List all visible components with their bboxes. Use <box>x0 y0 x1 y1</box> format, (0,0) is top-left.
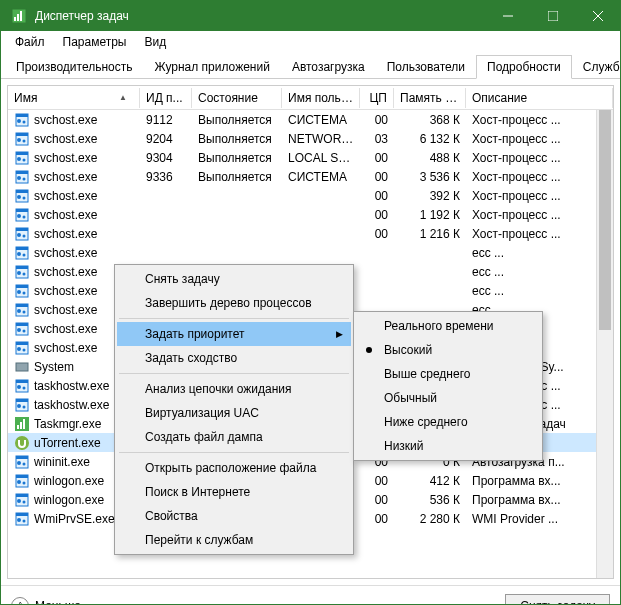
table-row[interactable]: svchost.exe001 216 КХост-процесс ... <box>8 224 613 243</box>
process-name: svchost.exe <box>34 227 97 241</box>
cell-state: Выполняется <box>192 151 282 165</box>
cell-pid: 9204 <box>140 132 192 146</box>
current-priority-dot-icon <box>366 347 372 353</box>
ctx-analyze-wait[interactable]: Анализ цепочки ожидания <box>117 377 351 401</box>
priority-below-normal[interactable]: Ниже среднего <box>356 410 540 434</box>
cell-mem: 368 К <box>394 113 466 127</box>
svg-rect-17 <box>16 152 28 155</box>
cell-pid: 9304 <box>140 151 192 165</box>
svg-point-59 <box>23 348 26 351</box>
process-icon <box>14 378 30 394</box>
scrollbar[interactable] <box>596 110 613 578</box>
process-icon <box>14 321 30 337</box>
cell-mem: 392 К <box>394 189 466 203</box>
col-state[interactable]: Состояние <box>192 88 282 108</box>
svg-point-27 <box>23 196 26 199</box>
col-name[interactable]: Имя▲ <box>8 88 140 108</box>
tab-users[interactable]: Пользователи <box>376 55 476 79</box>
svg-rect-13 <box>16 133 28 136</box>
svg-point-43 <box>23 272 26 275</box>
svg-rect-49 <box>16 304 28 307</box>
svg-rect-72 <box>23 419 25 429</box>
table-row[interactable]: svchost.exe001 192 КХост-процесс ... <box>8 205 613 224</box>
tab-startup[interactable]: Автозагрузка <box>281 55 376 79</box>
svg-point-22 <box>17 176 21 180</box>
fewer-details-label: Меньше <box>35 599 81 606</box>
cell-desc: Хост-процесс ... <box>466 208 613 222</box>
priority-above-normal[interactable]: Выше среднего <box>356 362 540 386</box>
svg-point-39 <box>23 253 26 256</box>
table-row[interactable]: svchost.exe9204ВыполняетсяNETWORK...036 … <box>8 129 613 148</box>
process-icon <box>14 302 30 318</box>
tab-performance[interactable]: Производительность <box>5 55 143 79</box>
process-name: svchost.exe <box>34 189 97 203</box>
tab-details[interactable]: Подробности <box>476 55 572 79</box>
col-mem[interactable]: Память (ч... <box>394 88 466 108</box>
close-button[interactable] <box>575 1 620 31</box>
svg-point-68 <box>23 405 26 408</box>
ctx-open-location[interactable]: Открыть расположение файла <box>117 456 351 480</box>
cell-user: NETWORK... <box>282 132 360 146</box>
menu-file[interactable]: Файл <box>7 33 53 51</box>
table-row[interactable]: svchost.exeесс ... <box>8 243 613 262</box>
svg-point-30 <box>17 214 21 218</box>
ctx-end-tree[interactable]: Завершить дерево процессов <box>117 291 351 315</box>
cell-cpu: 00 <box>360 151 394 165</box>
svg-point-81 <box>23 481 26 484</box>
svg-point-42 <box>17 271 21 275</box>
minimize-button[interactable] <box>485 1 530 31</box>
svg-point-10 <box>17 119 21 123</box>
priority-low[interactable]: Низкий <box>356 434 540 458</box>
window-title: Диспетчер задач <box>35 9 485 23</box>
ctx-properties[interactable]: Свойства <box>117 504 351 528</box>
end-task-button[interactable]: Снять задачу <box>505 594 610 606</box>
tab-services[interactable]: Службы <box>572 55 621 79</box>
table-row[interactable]: svchost.exe00392 КХост-процесс ... <box>8 186 613 205</box>
ctx-search-online[interactable]: Поиск в Интернете <box>117 480 351 504</box>
svg-point-58 <box>17 347 21 351</box>
svg-rect-70 <box>17 425 19 429</box>
ctx-end-task[interactable]: Снять задачу <box>117 267 351 291</box>
column-headers: Имя▲ ИД п... Состояние Имя польз... ЦП П… <box>8 86 613 110</box>
cell-mem: 2 280 К <box>394 512 466 526</box>
ctx-set-affinity[interactable]: Задать сходство <box>117 346 351 370</box>
menu-view[interactable]: Вид <box>136 33 174 51</box>
process-icon <box>14 112 30 128</box>
col-user[interactable]: Имя польз... <box>282 88 360 108</box>
ctx-goto-services[interactable]: Перейти к службам <box>117 528 351 552</box>
titlebar[interactable]: Диспетчер задач <box>1 1 620 31</box>
svg-point-14 <box>17 138 21 142</box>
tab-app-history[interactable]: Журнал приложений <box>143 55 280 79</box>
maximize-button[interactable] <box>530 1 575 31</box>
table-row[interactable]: svchost.exe9112ВыполняетсяСИСТЕМА00368 К… <box>8 110 613 129</box>
ctx-uac-virt[interactable]: Виртуализация UAC <box>117 401 351 425</box>
priority-high[interactable]: Высокий <box>356 338 540 362</box>
svg-point-63 <box>17 385 21 389</box>
cell-state: Выполняется <box>192 113 282 127</box>
fewer-details-toggle[interactable]: ˄ Меньше <box>11 597 81 606</box>
table-row[interactable]: svchost.exe9336ВыполняетсяСИСТЕМА003 536… <box>8 167 613 186</box>
svg-rect-66 <box>16 399 28 402</box>
table-row[interactable]: svchost.exe9304ВыполняетсяLOCAL SE...004… <box>8 148 613 167</box>
process-icon <box>14 397 30 413</box>
ctx-dump[interactable]: Создать файл дампа <box>117 425 351 449</box>
process-name: taskhostw.exe <box>34 398 109 412</box>
process-name: svchost.exe <box>34 151 97 165</box>
priority-normal[interactable]: Обычный <box>356 386 540 410</box>
col-cpu[interactable]: ЦП <box>360 88 394 108</box>
priority-realtime[interactable]: Реального времени <box>356 314 540 338</box>
process-name: svchost.exe <box>34 341 97 355</box>
process-name: svchost.exe <box>34 284 97 298</box>
col-pid[interactable]: ИД п... <box>140 88 192 108</box>
menu-options[interactable]: Параметры <box>55 33 135 51</box>
svg-rect-25 <box>16 190 28 193</box>
svg-point-11 <box>23 120 26 123</box>
svg-point-77 <box>23 462 26 465</box>
cell-cpu: 00 <box>360 113 394 127</box>
ctx-set-priority[interactable]: Задать приоритет▶ <box>117 322 351 346</box>
svg-rect-87 <box>16 513 28 516</box>
col-desc[interactable]: Описание <box>466 88 613 108</box>
ctx-sep <box>119 318 349 319</box>
scrollbar-thumb[interactable] <box>599 110 611 330</box>
svg-point-19 <box>23 158 26 161</box>
